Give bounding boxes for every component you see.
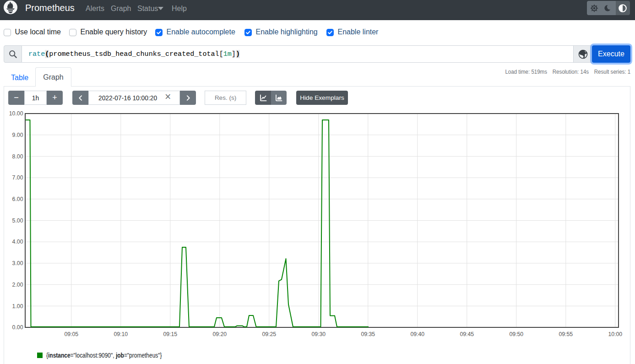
- svg-text:0.00: 0.00: [12, 324, 23, 331]
- svg-text:09:40: 09:40: [410, 331, 424, 337]
- svg-text:9.00: 9.00: [12, 132, 23, 138]
- svg-text:6.00: 6.00: [12, 196, 23, 202]
- svg-text:09:55: 09:55: [559, 331, 573, 337]
- svg-text:09:25: 09:25: [262, 331, 276, 337]
- svg-text:09:10: 09:10: [114, 331, 128, 337]
- svg-text:09:15: 09:15: [163, 331, 177, 337]
- svg-text:09:35: 09:35: [361, 331, 375, 337]
- svg-text:09:50: 09:50: [509, 331, 523, 337]
- svg-text:10.00: 10.00: [9, 110, 23, 117]
- svg-text:1.00: 1.00: [12, 303, 23, 310]
- svg-text:09:45: 09:45: [460, 331, 474, 337]
- svg-text:10:00: 10:00: [608, 331, 622, 337]
- svg-text:2.00: 2.00: [12, 282, 23, 288]
- svg-text:09:05: 09:05: [64, 331, 78, 337]
- svg-text:09:30: 09:30: [311, 331, 326, 337]
- svg-text:7.00: 7.00: [12, 174, 23, 181]
- svg-text:09:20: 09:20: [212, 331, 227, 337]
- svg-text:4.00: 4.00: [12, 239, 23, 245]
- svg-text:8.00: 8.00: [12, 153, 23, 160]
- svg-text:5.00: 5.00: [12, 217, 23, 224]
- svg-text:3.00: 3.00: [12, 260, 23, 266]
